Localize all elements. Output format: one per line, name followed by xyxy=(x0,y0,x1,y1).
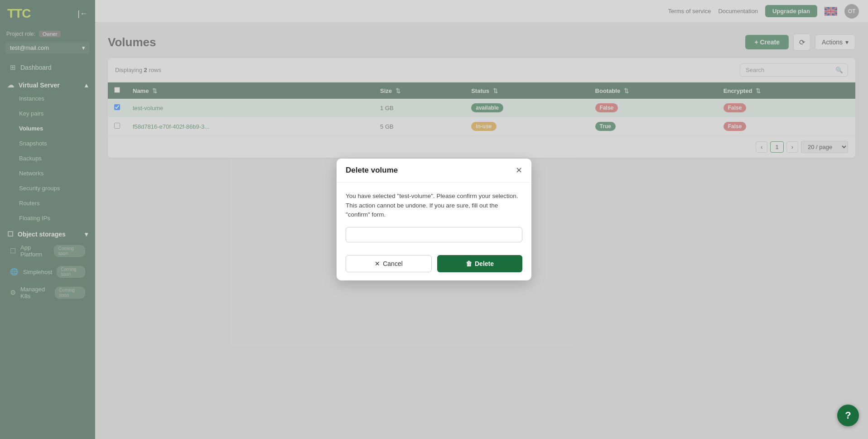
delete-volume-modal: Delete volume ✕ You have selected "test-… xyxy=(337,159,531,281)
cancel-icon: ✕ xyxy=(375,260,380,267)
modal-footer: ✕ Cancel 🗑 Delete xyxy=(337,249,531,280)
modal-cancel-button[interactable]: ✕ Cancel xyxy=(346,255,432,272)
modal-header: Delete volume ✕ xyxy=(337,159,531,183)
modal-confirm-input[interactable] xyxy=(346,227,522,242)
modal-overlay: Delete volume ✕ You have selected "test-… xyxy=(0,0,868,439)
help-icon: ? xyxy=(845,410,851,421)
modal-body-text: You have selected "test-volume". Please … xyxy=(346,192,522,220)
modal-delete-button[interactable]: 🗑 Delete xyxy=(437,255,522,272)
delete-icon: 🗑 xyxy=(466,260,472,267)
modal-body: You have selected "test-volume". Please … xyxy=(337,183,531,249)
delete-label: Delete xyxy=(475,260,494,267)
modal-close-button[interactable]: ✕ xyxy=(516,166,522,174)
modal-title: Delete volume xyxy=(346,166,398,175)
help-button[interactable]: ? xyxy=(837,405,859,426)
cancel-label: Cancel xyxy=(383,260,403,267)
